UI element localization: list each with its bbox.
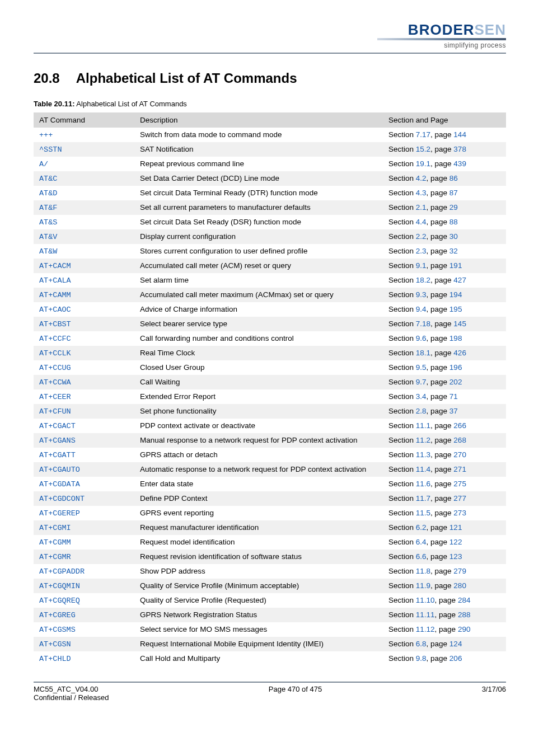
at-command-link[interactable]: AT+CGAUTO [39, 466, 80, 474]
at-command-link[interactable]: AT+CGDATA [39, 480, 80, 489]
at-command-link[interactable]: AT+CGEREP [39, 509, 80, 518]
page-link[interactable]: 273 [453, 509, 466, 517]
page-link[interactable]: 196 [449, 363, 462, 372]
at-command-link[interactable]: AT+CACM [39, 262, 71, 270]
at-command-link[interactable]: AT+CGPADDR [39, 567, 85, 576]
section-link[interactable]: 2.1 [416, 203, 427, 212]
page-link[interactable]: 88 [449, 218, 458, 226]
page-link[interactable]: 32 [449, 247, 458, 255]
section-link[interactable]: 11.2 [416, 436, 430, 444]
section-link[interactable]: 11.11 [416, 611, 435, 619]
at-command-link[interactable]: A/ [39, 160, 48, 168]
at-command-link[interactable]: AT+CGQMIN [39, 582, 80, 590]
at-command-link[interactable]: AT+CGANS [39, 436, 76, 445]
section-link[interactable]: 9.6 [416, 334, 427, 342]
page-link[interactable]: 198 [449, 334, 462, 342]
at-command-link[interactable]: AT+CEER [39, 393, 71, 401]
at-command-link[interactable]: AT+CCWA [39, 378, 71, 387]
at-command-link[interactable]: AT+CGQREQ [39, 597, 80, 605]
section-link[interactable]: 9.1 [416, 261, 427, 270]
page-link[interactable]: 275 [453, 480, 466, 488]
page-link[interactable]: 280 [453, 581, 466, 590]
at-command-link[interactable]: AT&D [39, 189, 57, 198]
section-link[interactable]: 4.2 [416, 174, 427, 182]
page-link[interactable]: 439 [453, 159, 466, 168]
page-link[interactable]: 426 [453, 349, 466, 357]
section-link[interactable]: 7.18 [416, 320, 430, 328]
page-link[interactable]: 191 [449, 261, 462, 270]
page-link[interactable]: 144 [453, 130, 466, 139]
page-link[interactable]: 195 [449, 305, 462, 313]
section-link[interactable]: 2.8 [416, 407, 427, 415]
section-link[interactable]: 11.10 [416, 596, 435, 604]
at-command-link[interactable]: AT+CGMR [39, 553, 71, 561]
section-link[interactable]: 19.1 [416, 159, 430, 168]
section-link[interactable]: 2.2 [416, 232, 427, 241]
section-link[interactable]: 18.1 [416, 349, 430, 357]
section-link[interactable]: 11.9 [416, 581, 430, 590]
at-command-link[interactable]: AT&C [39, 175, 57, 183]
at-command-link[interactable]: AT+CGREG [39, 611, 76, 619]
at-command-link[interactable]: AT+CGMM [39, 538, 71, 547]
page-link[interactable]: 87 [449, 189, 458, 197]
page-link[interactable]: 145 [453, 320, 466, 328]
at-command-link[interactable]: AT+CBST [39, 320, 71, 328]
at-command-link[interactable]: AT+CGMI [39, 524, 71, 532]
section-link[interactable]: 3.4 [416, 392, 427, 401]
page-link[interactable]: 270 [453, 450, 466, 459]
section-link[interactable]: 6.8 [416, 640, 427, 648]
section-link[interactable]: 18.2 [416, 276, 430, 284]
at-command-link[interactable]: AT+CHLD [39, 655, 71, 663]
page-link[interactable]: 378 [453, 145, 466, 153]
at-command-link[interactable]: AT+CCUG [39, 364, 71, 372]
page-link[interactable]: 277 [453, 494, 466, 503]
section-link[interactable]: 11.6 [416, 480, 430, 488]
section-link[interactable]: 11.7 [416, 494, 430, 503]
page-link[interactable]: 290 [458, 625, 471, 633]
at-command-link[interactable]: AT&F [39, 204, 57, 212]
page-link[interactable]: 427 [453, 276, 466, 284]
page-link[interactable]: 268 [453, 436, 466, 444]
page-link[interactable]: 123 [449, 552, 462, 561]
section-link[interactable]: 7.17 [416, 130, 430, 139]
page-link[interactable]: 71 [449, 392, 458, 401]
section-link[interactable]: 11.8 [416, 567, 430, 575]
at-command-link[interactable]: AT+CALA [39, 276, 71, 285]
at-command-link[interactable]: AT+CGDCONT [39, 495, 85, 503]
section-link[interactable]: 9.5 [416, 363, 427, 372]
page-link[interactable]: 124 [449, 640, 462, 648]
section-link[interactable]: 11.5 [416, 509, 430, 517]
at-command-link[interactable]: AT+CCFC [39, 335, 71, 343]
section-link[interactable]: 2.3 [416, 247, 427, 255]
section-link[interactable]: 11.1 [416, 421, 430, 430]
section-link[interactable]: 4.4 [416, 218, 427, 226]
page-link[interactable]: 266 [453, 421, 466, 430]
at-command-link[interactable]: AT+CAOC [39, 306, 71, 314]
page-link[interactable]: 284 [458, 596, 471, 604]
at-command-link[interactable]: +++ [39, 131, 53, 139]
at-command-link[interactable]: AT+CFUN [39, 407, 71, 416]
section-link[interactable]: 11.4 [416, 465, 430, 473]
at-command-link[interactable]: AT+CGSMS [39, 626, 76, 634]
section-link[interactable]: 6.4 [416, 538, 427, 546]
at-command-link[interactable]: AT+CGATT [39, 451, 76, 459]
page-link[interactable]: 194 [449, 290, 462, 299]
page-link[interactable]: 86 [449, 174, 458, 182]
at-command-link[interactable]: AT&S [39, 218, 57, 227]
page-link[interactable]: 279 [453, 567, 466, 575]
page-link[interactable]: 30 [449, 232, 458, 241]
section-link[interactable]: 9.7 [416, 378, 427, 386]
page-link[interactable]: 122 [449, 538, 462, 546]
page-link[interactable]: 121 [449, 523, 462, 532]
page-link[interactable]: 206 [449, 654, 462, 663]
section-link[interactable]: 9.4 [416, 305, 427, 313]
section-link[interactable]: 6.6 [416, 552, 427, 561]
at-command-link[interactable]: AT+CAMM [39, 291, 71, 299]
section-link[interactable]: 11.3 [416, 450, 430, 459]
page-link[interactable]: 202 [449, 378, 462, 386]
section-link[interactable]: 9.3 [416, 290, 427, 299]
at-command-link[interactable]: AT&V [39, 233, 57, 241]
at-command-link[interactable]: ^SSTN [39, 145, 62, 154]
at-command-link[interactable]: AT+CGACT [39, 422, 76, 430]
page-link[interactable]: 271 [453, 465, 466, 473]
